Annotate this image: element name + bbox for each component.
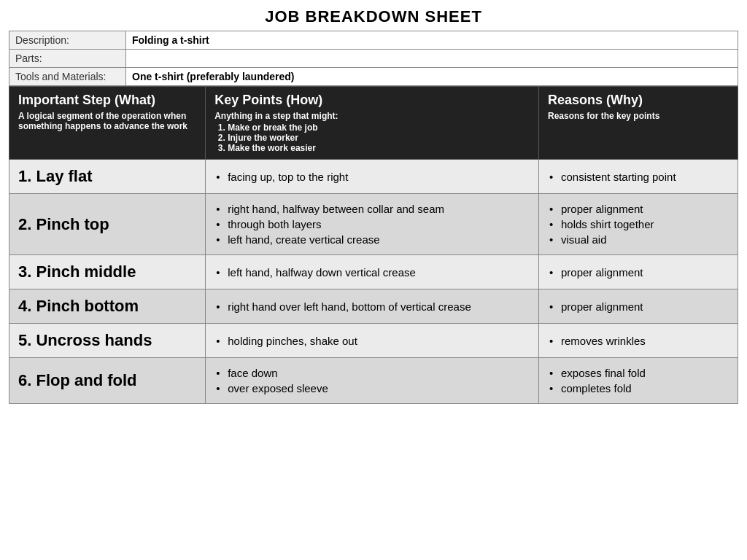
reason-item: consistent starting point — [548, 169, 729, 184]
step-cell: 4. Pinch bottom — [9, 289, 206, 324]
header-row: Important Step (What) A logical segment … — [9, 87, 738, 160]
key-cell: right hand, halfway between collar and s… — [206, 194, 539, 255]
table-row: 3. Pinch middleleft hand, halfway down v… — [9, 255, 738, 289]
key-point-item: over exposed sleeve — [214, 381, 530, 396]
parts-value — [126, 50, 738, 68]
reason-item: completes fold — [548, 381, 729, 396]
reason-item: holds shirt together — [548, 217, 729, 232]
step-cell: 1. Lay flat — [9, 160, 206, 194]
key-cell: facing up, top to the right — [206, 160, 539, 194]
step-cell: 5. Uncross hands — [9, 324, 206, 358]
key-point-item: right hand, halfway between collar and s… — [214, 201, 530, 217]
tools-value: One t-shirt (preferably laundered) — [126, 68, 738, 86]
key-cell: face downover exposed sleeve — [206, 358, 539, 404]
col2-list-item-1: Make or break the job — [228, 122, 530, 133]
step-cell: 3. Pinch middle — [9, 255, 206, 289]
description-value: Folding a t-shirt — [126, 31, 738, 50]
reason-cell: exposes final foldcompletes fold — [538, 358, 738, 404]
table-row: 1. Lay flatfacing up, top to the rightco… — [9, 160, 738, 194]
reason-item: proper alignment — [548, 299, 729, 314]
reason-cell: proper alignmentholds shirt togethervisu… — [538, 194, 738, 255]
key-cell: holding pinches, shake out — [206, 324, 539, 358]
key-point-item: through both layers — [214, 217, 530, 232]
reason-item: removes wrinkles — [548, 333, 729, 349]
description-label: Description: — [9, 31, 126, 50]
reason-item: proper alignment — [548, 201, 729, 217]
key-point-item: holding pinches, shake out — [214, 333, 530, 349]
col2-list-item-3: Make the work easier — [228, 143, 530, 153]
header-col1: Important Step (What) A logical segment … — [9, 87, 206, 160]
key-point-item: left hand, halfway down vertical crease — [214, 265, 530, 280]
col3-desc: Reasons for the key points — [548, 111, 729, 121]
reason-cell: proper alignment — [538, 289, 738, 324]
table-row: 5. Uncross handsholding pinches, shake o… — [9, 324, 738, 358]
main-table: Important Step (What) A logical segment … — [9, 86, 738, 404]
key-point-item: facing up, top to the right — [214, 169, 530, 184]
parts-label: Parts: — [9, 50, 126, 68]
table-row: 2. Pinch topright hand, halfway between … — [9, 194, 738, 255]
reason-item: exposes final fold — [548, 365, 729, 381]
col2-list: Make or break the job Injure the worker … — [214, 122, 530, 153]
col1-title: Important Step (What) — [18, 93, 196, 108]
tools-label: Tools and Materials: — [9, 68, 126, 86]
header-col3: Reasons (Why) Reasons for the key points — [538, 87, 738, 160]
table-row: 4. Pinch bottomright hand over left hand… — [9, 289, 738, 324]
reason-item: visual aid — [548, 232, 729, 247]
table-row: 6. Flop and foldface downover exposed sl… — [9, 358, 738, 404]
header-col2: Key Points (How) Anything in a step that… — [206, 87, 539, 160]
col1-desc: A logical segment of the operation when … — [18, 111, 196, 131]
key-point-item: left hand, create vertical crease — [214, 232, 530, 247]
page-title: JOB BREAKDOWN SHEET — [9, 7, 738, 26]
key-cell: left hand, halfway down vertical crease — [206, 255, 539, 289]
key-point-item: right hand over left hand, bottom of ver… — [214, 299, 530, 314]
key-cell: right hand over left hand, bottom of ver… — [206, 289, 539, 324]
col2-list-item-2: Injure the worker — [228, 133, 530, 143]
reason-cell: proper alignment — [538, 255, 738, 289]
col3-title: Reasons (Why) — [548, 93, 729, 108]
reason-cell: removes wrinkles — [538, 324, 738, 358]
reason-item: proper alignment — [548, 265, 729, 280]
col2-title: Key Points (How) — [214, 93, 530, 108]
step-cell: 2. Pinch top — [9, 194, 206, 255]
reason-cell: consistent starting point — [538, 160, 738, 194]
key-point-item: face down — [214, 365, 530, 381]
info-table: Description: Folding a t-shirt Parts: To… — [9, 31, 738, 86]
step-cell: 6. Flop and fold — [9, 358, 206, 404]
col2-subtitle: Anything in a step that might: — [214, 111, 530, 121]
